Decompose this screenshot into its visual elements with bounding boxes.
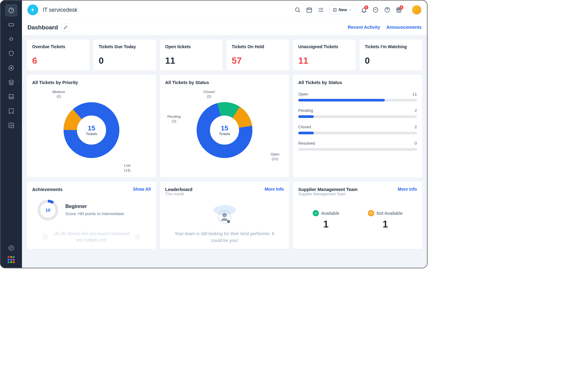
stat-card[interactable]: Unassigned Tickets11 <box>293 39 356 71</box>
stat-card[interactable]: Open tickets11 <box>160 39 223 71</box>
gift-button[interactable]: 3 <box>395 6 403 13</box>
team-panel: Supplier Management Team Supplier Manage… <box>293 181 423 249</box>
stat-card[interactable]: Tickets On Hold57 <box>226 39 289 71</box>
shield-badge-icon <box>134 230 142 244</box>
nav-admin[interactable] <box>5 134 18 146</box>
label-closed: Closed (2) <box>203 90 215 99</box>
clock-icon <box>368 210 374 216</box>
bar-value: 2 <box>415 125 417 129</box>
new-button-label: New <box>339 7 347 12</box>
chat-button[interactable] <box>372 6 379 13</box>
sidebar: ⋮ ⋮ <box>0 0 22 268</box>
status-chart-card: All Tickets by Status 15 Tickets Closed … <box>160 74 289 178</box>
stat-card[interactable]: Tickets Due Today0 <box>93 39 156 71</box>
search-button[interactable] <box>294 6 301 13</box>
stat-value: 6 <box>32 56 84 66</box>
nav-changes[interactable] <box>5 47 18 60</box>
available-stat: Available 1 <box>313 210 339 230</box>
panel-subtitle: Supplier Management Team <box>298 192 358 197</box>
nav-solutions[interactable] <box>5 105 18 117</box>
svg-rect-1 <box>9 23 14 26</box>
label-open: Open (11) <box>271 152 279 161</box>
announcements-link[interactable]: Announcements <box>386 25 422 30</box>
notifications-button[interactable]: 2 <box>360 6 367 13</box>
bar-label: Resolved <box>298 141 315 146</box>
nav-releases[interactable] <box>5 62 18 74</box>
bar-label: Closed <box>298 125 311 129</box>
user-avatar[interactable] <box>412 5 422 15</box>
score-value: 10 <box>37 199 59 221</box>
donut-value: 15 <box>86 124 97 132</box>
available-label: Available <box>321 211 339 216</box>
svg-point-0 <box>9 8 14 13</box>
stat-value: 0 <box>365 56 417 66</box>
level-label: Beginner <box>66 203 124 209</box>
stat-card[interactable]: Overdue Tickets6 <box>27 39 90 71</box>
unavailable-stat: Not Available 1 <box>368 210 403 230</box>
stat-label: Tickets Due Today <box>99 44 151 49</box>
more-info-link[interactable]: More Info <box>265 187 284 192</box>
app-logo[interactable] <box>28 4 38 15</box>
more-dots-icon[interactable]: ⋮ <box>17 80 21 84</box>
donut-value: 15 <box>219 124 230 132</box>
bar-track <box>298 99 417 102</box>
bar-row: Closed2 <box>298 125 417 134</box>
bar-value: 11 <box>412 92 417 96</box>
gear-icon <box>8 137 14 143</box>
book-icon <box>8 108 14 114</box>
topbar: IT servicedesk New 2 3 <box>22 0 427 19</box>
nav-assets[interactable]: ⋮ <box>5 76 18 89</box>
workspace-title: IT servicedesk <box>43 6 77 13</box>
bar-fill <box>298 132 314 134</box>
svg-point-5 <box>11 139 12 141</box>
gift-badge: 3 <box>399 5 403 9</box>
recent-activity-link[interactable]: Recent Activity <box>348 25 380 30</box>
leaderboard-panel: Leaderboard This month More Info <box>160 181 289 249</box>
svg-rect-7 <box>307 8 312 12</box>
tasks-button[interactable] <box>317 6 325 13</box>
bug-icon <box>8 36 14 42</box>
bar-row: Resolved0 <box>298 141 417 151</box>
more-info-link[interactable]: More info <box>398 187 417 192</box>
unavailable-value: 1 <box>368 219 403 230</box>
stat-value: 57 <box>232 56 284 66</box>
apps-grid-icon[interactable] <box>8 256 15 263</box>
bar-track <box>298 132 417 134</box>
help-button[interactable] <box>384 6 391 13</box>
calendar-button[interactable] <box>306 6 313 13</box>
shield-badge-icon <box>41 230 49 244</box>
bar-row: Open11 <box>298 92 417 101</box>
label-medium: Medium (2) <box>52 90 65 99</box>
badges-empty-text: Uh oh! Seems like you haven't achieved a… <box>53 231 130 243</box>
bar-track <box>298 115 417 118</box>
nav-reports[interactable]: ⋮ <box>5 119 18 132</box>
bar-track <box>298 148 417 151</box>
bar-fill <box>298 99 385 102</box>
priority-chart-card: All Tickets by Priority 15 Tickets Mediu… <box>27 74 156 178</box>
nav-notes[interactable] <box>5 242 18 254</box>
show-all-link[interactable]: Show All <box>133 187 151 192</box>
stats-row: Overdue Tickets6Tickets Due Today0Open t… <box>27 39 423 71</box>
more-dots-icon[interactable]: ⋮ <box>17 123 21 128</box>
new-button[interactable]: New <box>329 5 356 15</box>
empty-illustration <box>211 203 238 226</box>
stat-card[interactable]: Tickets I'm Watching0 <box>359 39 423 71</box>
nav-inbox[interactable] <box>5 90 18 103</box>
svg-point-6 <box>296 8 299 11</box>
chart-title: All Tickets by Status <box>298 80 417 85</box>
subheader: Dashboard Recent Activity Announcements <box>22 19 427 36</box>
nav-dashboard[interactable] <box>5 4 18 17</box>
bolt-circle-icon <box>8 65 14 71</box>
label-pending: Pending (2) <box>168 114 181 124</box>
cloud-person-icon <box>211 203 238 226</box>
edit-dashboard-button[interactable] <box>62 23 70 31</box>
available-value: 1 <box>313 219 339 230</box>
panel-subtitle: This month <box>165 192 192 197</box>
donut-label: Tickets <box>86 132 97 136</box>
stat-label: Unassigned Tickets <box>298 44 351 49</box>
nav-tickets[interactable] <box>5 19 18 31</box>
status-bars-card: All Tickets by Status Open11Pending2Clos… <box>293 74 423 178</box>
calendar-icon <box>306 6 312 13</box>
nav-problems[interactable] <box>5 33 18 45</box>
inbox-icon <box>8 93 14 100</box>
